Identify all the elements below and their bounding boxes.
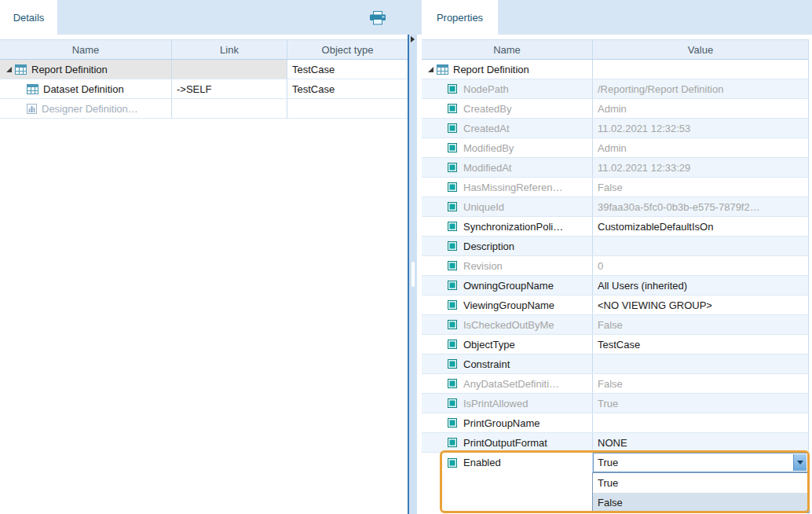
name-cell: Report Definition — [422, 60, 593, 79]
row-label: Designer Definition… — [42, 103, 138, 115]
property-row-isprintallowed[interactable]: IsPrintAllowed True — [422, 394, 809, 413]
property-row-objecttype[interactable]: ObjectType TestCase — [422, 335, 809, 354]
name-cell: OwningGroupName — [422, 276, 593, 295]
name-cell: Constraint — [422, 354, 593, 373]
property-icon — [448, 320, 457, 329]
property-row-createdat[interactable]: CreatedAt 11.02.2021 12:32:53 — [422, 119, 809, 138]
application-window: Details Properties Name Link Object type — [0, 0, 812, 514]
tab-details-label: Details — [13, 12, 45, 24]
value-cell: <NO VIEWING GROUP> — [593, 296, 809, 314]
value-cell: 11.02.2021 12:33:29 — [593, 158, 809, 177]
name-cell: HasMissingReferen… — [422, 178, 593, 196]
row-label: Report Definition — [31, 64, 108, 75]
property-row-printoutputformat[interactable]: PrintOutputFormat NONE — [422, 433, 809, 453]
details-panel: Name Link Object type Re — [0, 35, 408, 514]
dropdown-option-true[interactable]: True — [593, 473, 809, 493]
property-row-owninggroupname[interactable]: OwningGroupName All Users (inherited) — [422, 276, 809, 296]
name-cell: Dataset Definition — [0, 79, 172, 98]
property-icon — [448, 359, 457, 369]
tab-strip: Details Properties — [0, 0, 812, 35]
property-icon — [448, 84, 457, 94]
value-cell: 0 — [593, 256, 809, 275]
property-icon — [448, 143, 457, 152]
property-row-printgroupname[interactable]: PrintGroupName — [422, 413, 809, 433]
property-row-hasmissingreferences[interactable]: HasMissingReferen… False — [422, 178, 809, 197]
value-cell: False — [593, 178, 809, 196]
property-icon — [448, 104, 457, 113]
property-row-nodepath[interactable]: NodePath /Reporting/Report Definition — [422, 79, 809, 99]
link-cell: ->SELF — [172, 79, 287, 98]
tree-row-dataset-definition[interactable]: Dataset Definition ->SELF TestCase — [0, 79, 408, 99]
column-header-object-type: Object type — [287, 40, 408, 59]
property-row-constraint[interactable]: Constraint — [422, 354, 809, 374]
enabled-combobox[interactable]: True — [593, 453, 808, 472]
name-cell: PrintOutputFormat — [422, 433, 593, 452]
table-icon — [437, 64, 448, 75]
row-label: Dataset Definition — [43, 83, 124, 95]
column-header-name: Name — [0, 40, 172, 59]
value-cell: False — [593, 374, 809, 393]
property-row-ischeckedoutbyme[interactable]: IsCheckedOutByMe False — [422, 315, 809, 335]
property-icon — [448, 458, 457, 468]
chart-icon — [27, 104, 37, 114]
value-cell: CustomizableDefaultIsOn — [593, 217, 809, 236]
properties-table: Name Value Report Definition — [422, 39, 809, 472]
combobox-dropdown-button[interactable] — [793, 454, 807, 471]
name-cell: CreatedAt — [422, 119, 593, 138]
value-cell: 11.02.2021 12:32:53 — [593, 119, 809, 138]
property-icon — [448, 202, 457, 211]
property-row-revision[interactable]: Revision 0 — [422, 256, 809, 276]
dropdown-option-false[interactable]: False — [593, 493, 809, 512]
property-icon — [448, 123, 457, 133]
property-row-enabled[interactable]: Enabled True — [422, 453, 809, 472]
splitter-grip[interactable] — [411, 262, 415, 287]
name-cell: ViewingGroupName — [422, 296, 593, 314]
value-cell: TestCase — [593, 335, 809, 354]
property-icon — [448, 241, 457, 251]
splitter[interactable] — [408, 35, 417, 514]
name-cell: Designer Definition… — [0, 99, 172, 118]
property-row-modifiedby[interactable]: ModifiedBy Admin — [422, 138, 809, 158]
splitter-collapse-arrow-icon[interactable] — [411, 36, 415, 42]
tree-row-designer-definition[interactable]: Designer Definition… — [0, 99, 408, 119]
tab-details[interactable]: Details — [0, 0, 57, 35]
value-cell: True — [593, 394, 809, 413]
printer-icon — [369, 11, 386, 25]
details-table-header: Name Link Object type — [0, 39, 408, 60]
properties-table-header: Name Value — [422, 39, 809, 60]
property-icon — [448, 182, 457, 192]
property-icon — [448, 340, 457, 349]
panel-container: Name Link Object type Re — [0, 35, 812, 514]
row-link: ->SELF — [177, 83, 211, 95]
link-cell — [172, 60, 287, 79]
name-cell: Revision — [422, 256, 593, 275]
property-row-anydatasetdefinition[interactable]: AnyDataSetDefiniti… False — [422, 374, 809, 394]
tab-properties[interactable]: Properties — [422, 0, 498, 35]
property-icon — [448, 281, 457, 290]
property-icon — [448, 418, 457, 428]
name-cell: Report Definition — [0, 60, 172, 79]
value-cell — [593, 354, 809, 373]
property-root-row[interactable]: Report Definition — [422, 60, 809, 79]
property-row-description[interactable]: Description — [422, 237, 809, 256]
property-row-synchronizationpolicy[interactable]: SynchronizationPoli… CustomizableDefault… — [422, 217, 809, 237]
link-cell — [172, 99, 287, 118]
name-cell: Description — [422, 237, 593, 255]
name-cell: PrintGroupName — [422, 413, 593, 432]
value-cell: NONE — [593, 433, 809, 452]
print-button[interactable] — [366, 9, 390, 27]
property-row-modifiedat[interactable]: ModifiedAt 11.02.2021 12:33:29 — [422, 158, 809, 178]
object-type-cell: TestCase — [287, 60, 408, 79]
property-row-uniqueid[interactable]: UniqueId 39faa30a-5fc0-0b3b-e575-7879f2… — [422, 197, 809, 217]
name-cell: SynchronizationPoli… — [422, 217, 593, 236]
tree-row-report-definition[interactable]: Report Definition TestCase — [0, 60, 408, 79]
property-row-createdby[interactable]: CreatedBy Admin — [422, 99, 809, 119]
name-cell: ModifiedBy — [422, 138, 593, 157]
combobox-value: True — [598, 457, 618, 468]
expander-icon[interactable] — [428, 67, 433, 72]
tab-properties-label: Properties — [437, 12, 483, 24]
value-cell — [593, 237, 809, 255]
property-row-viewinggroupname[interactable]: ViewingGroupName <NO VIEWING GROUP> — [422, 296, 809, 315]
expander-icon[interactable] — [6, 67, 12, 72]
property-icon — [448, 261, 457, 270]
